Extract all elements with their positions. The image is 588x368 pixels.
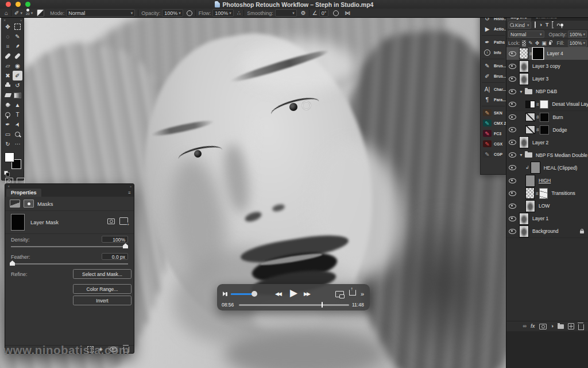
layer-row-heal-clipped-[interactable]: ↲HEAL (Clipped)	[506, 162, 588, 175]
mixer-brush-tool[interactable]: ◉	[13, 61, 22, 71]
mask-link-icon[interactable]: 8	[536, 102, 539, 107]
layer-row-layer-3[interactable]: Layer 3	[506, 72, 588, 86]
layer-visibility-eye-icon[interactable]	[509, 204, 516, 209]
spot-healing-brush-tool[interactable]	[3, 51, 13, 61]
brush-angle-value[interactable]: 0°	[319, 9, 329, 17]
layer-row-burn[interactable]: 8Burn	[506, 111, 588, 124]
layer-visibility-eye-icon[interactable]	[509, 51, 516, 56]
layer-row-dodge[interactable]: 8Dodge	[506, 124, 588, 137]
filter-adjustment-layers-icon[interactable]: ◑	[539, 22, 542, 28]
dock-item-brus-[interactable]: ✎Brus...	[481, 60, 506, 71]
layer-thumbnail[interactable]	[525, 200, 535, 212]
tab-properties[interactable]: Properties	[6, 189, 41, 197]
layer-mask-thumbnail[interactable]	[540, 125, 549, 135]
rotate-view-tool[interactable]: ↻	[3, 139, 13, 149]
select-and-mask-button[interactable]: Select and Mask...	[73, 269, 131, 279]
airbrush-icon[interactable]: ∴	[237, 10, 241, 16]
select-mask-icon[interactable]	[107, 218, 115, 224]
layer-thumbnail[interactable]	[519, 73, 529, 85]
layer-visibility-eye-icon[interactable]	[509, 216, 516, 221]
properties-collapse-icon[interactable]: »	[130, 185, 131, 188]
layer-fill-select[interactable]: 100%▾	[568, 40, 587, 47]
layer-row-desat-visual-layer[interactable]: 8Desat Visual Layer	[506, 98, 588, 111]
layer-thumbnail[interactable]	[519, 136, 529, 148]
dock-item-brus-[interactable]: ✐Brus...	[481, 71, 506, 81]
layer-visibility-eye-icon[interactable]	[509, 114, 516, 120]
dock-item-skn[interactable]: ✎SKN	[481, 108, 506, 118]
layer-thumbnail[interactable]	[525, 113, 535, 121]
layer-row-low[interactable]: LOW	[506, 200, 588, 213]
layer-row-background[interactable]: Background	[506, 225, 588, 238]
layer-row-layer-2[interactable]: Layer 2	[506, 136, 588, 150]
dock-item-info[interactable]: iInfo	[481, 47, 506, 57]
layer-mask-thumbnail[interactable]	[540, 100, 548, 109]
pressure-opacity-icon[interactable]	[187, 10, 192, 16]
filter-type-layers-icon[interactable]: T	[546, 22, 549, 28]
mask-link-icon[interactable]: 8	[529, 51, 532, 56]
color-range-button[interactable]: Color Range...	[73, 284, 131, 294]
filter-pixel-layers-icon[interactable]	[535, 21, 536, 28]
properties-close-icon[interactable]: ✕	[7, 185, 10, 188]
layer-row-nbp-fs-median-double[interactable]: ▼NBP FS Median Double	[506, 149, 588, 162]
layer-visibility-eye-icon[interactable]	[509, 229, 516, 234]
layer-row-nbp-d-b[interactable]: ▼NBP D&B	[506, 85, 588, 98]
brush-settings-toggle-icon[interactable]	[37, 9, 44, 17]
layer-thumbnail[interactable]	[525, 187, 535, 199]
new-group-icon[interactable]	[558, 324, 564, 329]
eraser-tool[interactable]	[3, 90, 13, 100]
history-brush-tool[interactable]: ↺	[13, 80, 22, 90]
layer-visibility-eye-icon[interactable]	[509, 127, 516, 132]
gradient-tool[interactable]	[13, 90, 22, 100]
default-colors-icon[interactable]	[4, 171, 8, 175]
feather-value[interactable]: 0.0 px	[102, 253, 128, 260]
blend-mode-select[interactable]: Normal▾	[66, 9, 135, 17]
dodge-tool[interactable]	[3, 110, 13, 120]
add-layer-mask-icon[interactable]	[539, 324, 547, 329]
dock-item-actio-[interactable]: ▶Actio...	[481, 24, 506, 34]
layer-thumbnail[interactable]	[525, 175, 535, 187]
layer-blend-mode-select[interactable]: Normal▾	[508, 30, 544, 38]
tools-close-icon[interactable]: ✕	[3, 18, 6, 22]
home-icon[interactable]: ⌂	[5, 10, 8, 16]
rectangular-marquee-tool[interactable]	[13, 22, 22, 32]
layer-row-layer-3-copy[interactable]: Layer 3 copy	[506, 60, 588, 73]
link-layers-icon[interactable]: ∞	[523, 324, 527, 329]
dock-item-cmx-2[interactable]: ✎CMX 2	[481, 118, 506, 128]
dock-item-paths[interactable]: ✒Paths	[481, 37, 506, 47]
layer-row-layer-4[interactable]: 8Layer 4	[506, 47, 588, 60]
patch-tool[interactable]: ▱	[3, 61, 13, 71]
brush-preset-picker[interactable]: 20	[26, 9, 30, 17]
new-adjustment-layer-icon[interactable]: ◑	[551, 324, 554, 329]
feather-slider[interactable]	[11, 263, 128, 264]
pen-tool[interactable]: ✒	[3, 120, 13, 129]
density-slider-knob[interactable]	[123, 243, 128, 248]
layer-visibility-eye-icon[interactable]	[509, 178, 516, 183]
foreground-color-swatch[interactable]	[5, 152, 14, 162]
clone-stamp-tool[interactable]	[3, 80, 13, 90]
pixel-layer-icon[interactable]	[10, 200, 20, 208]
opacity-select[interactable]: 100%▾	[162, 9, 183, 17]
group-expand-chevron[interactable]: ▼	[519, 153, 523, 157]
more-controls-button[interactable]: »	[361, 290, 364, 297]
dock-item-char-[interactable]: A|Char...	[481, 84, 506, 94]
mask-link-icon[interactable]: 8	[536, 191, 538, 196]
layer-mask-thumbnail[interactable]	[539, 188, 548, 199]
dock-item-fc3[interactable]: ✎FC3	[481, 128, 506, 139]
layer-visibility-eye-icon[interactable]	[509, 64, 516, 69]
layer-visibility-eye-icon[interactable]	[509, 140, 516, 145]
dock-item-cgp[interactable]: ✎CGP	[481, 149, 506, 159]
layer-visibility-eye-icon[interactable]	[509, 165, 516, 170]
lock-transparency-icon[interactable]	[522, 40, 526, 47]
layer-thumbnail[interactable]	[519, 213, 529, 225]
layer-thumbnail[interactable]	[519, 48, 528, 59]
tools-collapse-icon[interactable]: »	[20, 18, 22, 22]
lasso-tool[interactable]: ◌	[3, 32, 13, 41]
layer-row-layer-1[interactable]: Layer 1	[506, 212, 588, 225]
seek-bar[interactable]	[239, 304, 349, 306]
content-aware-move-tool[interactable]: ✖	[3, 71, 13, 80]
rewind-button[interactable]: ◀◀	[275, 292, 281, 297]
layer-visibility-eye-icon[interactable]	[509, 102, 516, 107]
filter-kind-select[interactable]: Kind ▾	[508, 21, 531, 29]
lock-artboard-icon[interactable]: ▣	[541, 41, 547, 46]
playhead[interactable]	[322, 302, 323, 308]
